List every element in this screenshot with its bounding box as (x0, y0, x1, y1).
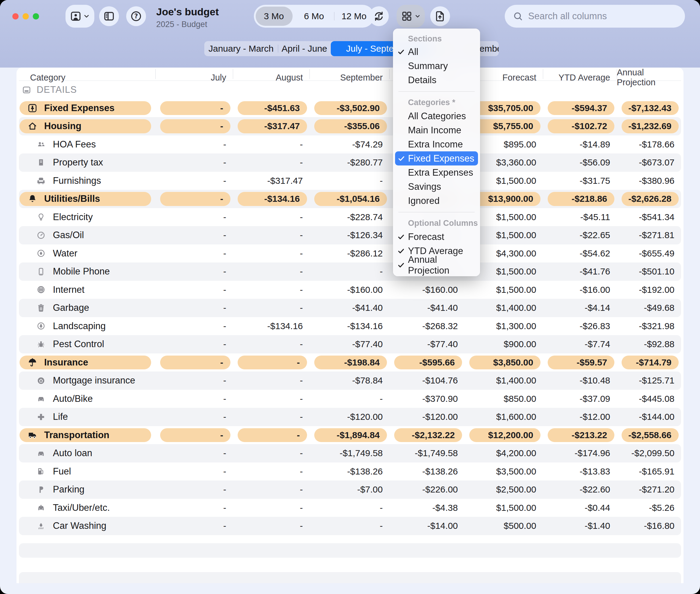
table-row[interactable]: Mortgage insurance---$78.84-$104.76$1,40… (19, 371, 681, 390)
value-pill (160, 119, 230, 133)
table-row[interactable]: Fixed Expenses--$451.63-$3,502.90-$5,943… (19, 99, 681, 118)
zoom-window-button[interactable] (33, 13, 39, 20)
help-button[interactable]: ? (126, 6, 146, 26)
forecast-cell: $1,600.00 (465, 408, 543, 426)
table-row[interactable]: Mobile Phone----$417.60$1,500.00-$41.76-… (19, 262, 681, 281)
cell-value: -$2,558.66 (629, 430, 671, 440)
menu-item-extra-expenses[interactable]: Extra Expenses (393, 165, 480, 179)
column-header-ytd: YTD Average (543, 68, 617, 88)
table-row[interactable]: Pest Control---$77.40-$77.40$900.00-$7.7… (19, 335, 681, 354)
cell-value: -$218.86 (572, 194, 607, 204)
annual-cell: -$501.10 (617, 262, 681, 281)
menu-item-main-income[interactable]: Main Income (393, 123, 480, 137)
table-row[interactable]: Furnishings--$317.47--$317.47$1,500.00-$… (19, 172, 681, 190)
cell-value: - (220, 430, 223, 440)
table-row[interactable]: Auto loan---$1,749.58-$1,749.58$4,200.00… (19, 444, 681, 462)
category-label: HOA Fees (53, 139, 96, 150)
bulb-icon (36, 212, 46, 222)
jul-cell: - (155, 154, 233, 172)
segment-6-mo[interactable]: 6 Mo (294, 5, 334, 28)
ytd-cell: -$31.75 (543, 172, 617, 190)
cell-value: -$445.08 (639, 394, 674, 404)
menu-item-all-categories[interactable]: All Categories (393, 109, 480, 123)
table-row[interactable]: Car Washing----$14.00$500.00-$1.40-$16.8… (19, 517, 681, 535)
table-row[interactable]: Fuel---$138.26-$138.26$3,500.00-$13.83-$… (19, 462, 681, 481)
menu-item-extra-income[interactable]: Extra Income (393, 137, 480, 151)
cell-value: -$10.48 (579, 375, 610, 386)
waterdrop-icon (36, 249, 46, 258)
table-row[interactable]: Taxi/Uber/etc.----$4.38$1,500.00-$0.44-$… (19, 499, 681, 517)
table-row[interactable]: Life---$120.00-$120.00$1,600.00-$12.00-$… (19, 408, 681, 426)
table-row[interactable]: Utilities/Bills--$134.16-$1,054.16-$2,18… (19, 190, 681, 208)
cell-value: - (300, 375, 303, 386)
export-button[interactable] (430, 6, 450, 26)
table-row[interactable]: Internet---$160.00-$160.00$1,500.00-$16.… (19, 281, 681, 299)
cell-value: - (300, 484, 303, 495)
table-row[interactable]: Landscaping--$134.16-$134.16-$268.32$1,3… (19, 317, 681, 335)
table-row[interactable]: Insurance---$198.84-$595.66$3,850.00-$59… (19, 354, 681, 372)
aug-cell: - (233, 390, 310, 408)
period-segmented-control[interactable]: 3 Mo6 Mo12 Mo (254, 5, 374, 28)
menu-item-ignored[interactable]: Ignored (393, 194, 480, 208)
table-row[interactable]: Electricity---$228.74-$451.10$1,500.00-$… (19, 208, 681, 226)
ytd-cell: -$26.83 (543, 317, 617, 335)
cell-value: $4,200.00 (496, 448, 536, 458)
table-row[interactable]: Property tax---$280.77-$560.90$3,360.00-… (19, 154, 681, 172)
menu-item-annual-projection[interactable]: Annual Projection (393, 258, 480, 272)
category-cell: Furnishings (19, 172, 155, 190)
annual-cell: -$92.88 (617, 335, 681, 354)
tab-january-march[interactable]: January - March (204, 41, 278, 56)
question-icon: ? (130, 10, 142, 23)
cell-value: - (223, 285, 226, 295)
table-row[interactable]: Water---$286.12-$546.20$4,300.00-$54.62-… (19, 244, 681, 263)
cell-value: $1,500.00 (496, 212, 536, 222)
cell-value: -$56.09 (579, 157, 610, 168)
bug-icon (36, 340, 46, 349)
menu-item-summary[interactable]: Summary (393, 59, 480, 73)
search-field[interactable] (505, 5, 685, 28)
ytd-cell: -$12.00 (543, 408, 617, 426)
account-button[interactable] (65, 5, 94, 28)
table-row[interactable]: Auto/Bike----$370.90$850.00-$37.09-$445.… (19, 390, 681, 408)
table-row[interactable]: HOA Fees---$74.29-$148.90$895.00-$14.89-… (19, 135, 681, 154)
menu-item-label: Savings (408, 182, 441, 192)
table-row[interactable]: Garbage---$41.40-$41.40$1,400.00-$4.14-$… (19, 299, 681, 317)
check-icon (397, 233, 405, 241)
menu-item-savings[interactable]: Savings (393, 179, 480, 194)
menu-item-fixed-expenses[interactable]: Fixed Expenses (395, 151, 478, 165)
jul-cell: - (155, 244, 233, 263)
table-row[interactable]: Transportation---$1,894.84-$2,132.22$12,… (19, 426, 681, 444)
sep-cell: -$198.84 (310, 354, 389, 372)
minimize-window-button[interactable] (23, 13, 29, 20)
menu-item-all[interactable]: All (393, 45, 480, 59)
segment-12-mo[interactable]: 12 Mo (334, 5, 374, 28)
menu-item-details[interactable]: Details (393, 73, 480, 87)
receipt-icon (36, 158, 46, 167)
menu-item-label: Annual Projection (408, 254, 480, 276)
gauge-icon (36, 231, 46, 240)
segment-3-mo[interactable]: 3 Mo (254, 5, 294, 28)
ytd-cell: -$7.74 (543, 335, 617, 354)
cell-value: -$14.00 (427, 521, 458, 531)
table-row[interactable]: Gas/Oil---$126.34-$226.50$1,500.00-$22.6… (19, 226, 681, 244)
toggle-sidebar-button[interactable] (99, 6, 119, 26)
table-row[interactable]: Parking---$7.00-$226.00$2,500.00-$22.60-… (19, 481, 681, 499)
columns-menu-button[interactable] (396, 5, 425, 28)
menu-item-forecast[interactable]: Forecast (393, 230, 480, 244)
cell-value: - (223, 503, 226, 513)
sep-cell: -$280.77 (310, 154, 389, 172)
category-label: Fixed Expenses (44, 103, 115, 113)
total-cell: -$1,749.58 (389, 444, 465, 462)
search-input[interactable] (528, 10, 673, 22)
cell-value: -$126.34 (347, 230, 383, 240)
table-row[interactable]: Housing--$317.47-$355.06-$1,027.20$5,755… (19, 117, 681, 135)
sep-cell: -$77.40 (310, 335, 389, 354)
close-window-button[interactable] (12, 13, 19, 20)
tab-april-june[interactable]: April - June (278, 41, 331, 56)
aug-cell: - (233, 444, 310, 462)
globe-icon (36, 285, 46, 294)
empty-row (19, 572, 681, 583)
cell-value: -$13.83 (579, 466, 610, 476)
cell-value: -$26.83 (579, 321, 610, 331)
cell-value: -$74.29 (352, 139, 383, 150)
